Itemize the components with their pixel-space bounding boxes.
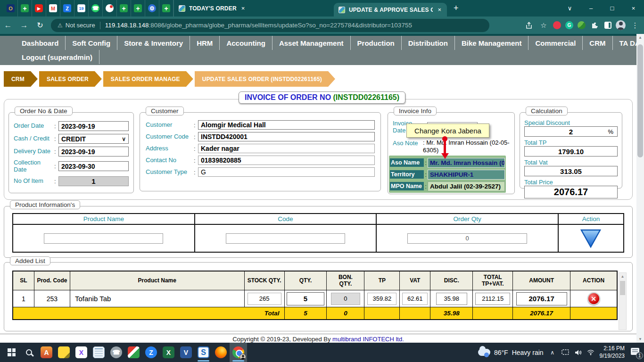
maximize-button[interactable]: □ xyxy=(602,0,623,16)
order-date-input[interactable]: 2023-09-19 xyxy=(58,121,129,131)
gmail-pinned-tab[interactable]: M xyxy=(46,0,60,16)
territory-input[interactable]: SHAKHIPUR-1 xyxy=(428,170,505,180)
sticky-notes-button[interactable] xyxy=(55,343,73,362)
start-button[interactable] xyxy=(3,343,20,362)
mpo-name-input[interactable]: Abdul Jalil (02-39-2527) xyxy=(428,181,505,191)
sheets-pinned-tab-3[interactable]: + xyxy=(131,0,145,16)
total-vat-input[interactable]: 313.05 xyxy=(524,166,618,176)
collection-date-input[interactable]: 2023-09-30 xyxy=(58,161,129,171)
menu-kebab-icon[interactable]: ⋮ xyxy=(630,20,640,31)
extension-red-icon[interactable] xyxy=(553,21,561,29)
nav-item-bike-management[interactable]: Bike Management xyxy=(455,36,529,50)
page-scroll-thumb[interactable] xyxy=(637,44,643,157)
nav-item-soft-config[interactable]: Soft Config xyxy=(66,36,117,50)
breadcrumb-sales-order-manage[interactable]: SALES ORDER MANAGE xyxy=(103,71,193,87)
tab-todays-order[interactable]: TODAY'S ORDER × xyxy=(173,0,334,16)
sheets-pinned-tab-4[interactable]: + xyxy=(159,0,173,16)
settings-pinned-tab[interactable]: ⚙ xyxy=(145,0,159,16)
wifi-icon[interactable] xyxy=(587,348,594,357)
extensions-puzzle-icon[interactable] xyxy=(590,20,600,31)
scroll-up-icon[interactable]: ▲ xyxy=(636,34,644,41)
amount-input[interactable]: 2076.17 xyxy=(516,292,567,305)
vat-input[interactable]: 62.61 xyxy=(402,293,428,305)
sidebar-icon[interactable] xyxy=(604,22,611,29)
nav-item-dashboard[interactable]: Dashboard xyxy=(15,36,66,50)
breadcrumb-update-sales-order[interactable]: UPDATE SALES ORDER (INSTDD02261165) xyxy=(195,71,335,87)
share-icon[interactable] xyxy=(524,20,534,31)
whatsapp-pinned-tab[interactable]: ☎ xyxy=(89,0,103,16)
notification-button[interactable]: 1 xyxy=(630,347,641,358)
scroll-thumb[interactable] xyxy=(620,281,625,295)
youtube-pinned-tab[interactable]: ▶ xyxy=(32,0,46,16)
new-tab-button[interactable]: + xyxy=(447,3,465,13)
chevron-up-icon[interactable]: ∧ xyxy=(549,348,556,357)
nav-item-logout[interactable]: Logout (superadmin) xyxy=(15,50,99,64)
delivery-date-input[interactable]: 2023-09-19 xyxy=(58,147,129,156)
nav-item-production[interactable]: Production xyxy=(351,36,402,50)
scroll-down-icon[interactable]: ▼ xyxy=(636,336,644,343)
tab-close-icon[interactable]: × xyxy=(240,5,246,12)
disc-input[interactable]: 35.98 xyxy=(436,293,467,305)
tab-update-approve-sales-order[interactable]: UPDATE & APPROVE SALES ORDE × xyxy=(334,3,447,16)
skype-button[interactable]: S xyxy=(195,343,212,362)
nav-item-crm[interactable]: CRM xyxy=(583,36,612,50)
special-discount-input[interactable]: 2 % xyxy=(524,126,618,137)
forward-icon[interactable]: → xyxy=(16,21,32,30)
dot-pinned-tab[interactable] xyxy=(103,0,117,16)
excel-button[interactable]: X xyxy=(160,343,177,362)
nav-item-hrm[interactable]: HRM xyxy=(190,36,220,50)
product-name-input[interactable] xyxy=(44,233,163,244)
search-button[interactable] xyxy=(20,343,38,362)
cash-credit-select[interactable]: CREDIT ∨ xyxy=(58,134,129,144)
customer-input[interactable]: Alomgir Medical Hall xyxy=(198,120,375,130)
volume-icon[interactable] xyxy=(574,348,582,357)
order-qty-input[interactable]: 0 xyxy=(407,233,527,244)
foxit-button[interactable] xyxy=(125,343,142,362)
reload-icon[interactable]: ↻ xyxy=(32,21,48,30)
x-app-button[interactable]: X xyxy=(73,343,90,362)
whatsapp-button[interactable]: ☎ xyxy=(107,343,125,362)
calendar-pinned-tab[interactable]: 19 xyxy=(74,0,89,16)
nav-item-store-inventory[interactable]: Store & Inventory xyxy=(117,36,190,50)
address-bar[interactable]: ⚠ Not secure 119.148.18.148 :8086/globe_… xyxy=(51,19,489,32)
aso-name-input[interactable]: Mr. Md. Imran Hossain (0 xyxy=(428,158,505,168)
page-scrollbar[interactable]: ▲ ▼ xyxy=(636,34,644,343)
o-logo-pinned-tab[interactable]: O xyxy=(4,0,18,16)
stock-qty-input[interactable]: 265 xyxy=(248,293,281,305)
total-tp-input[interactable]: 1799.10 xyxy=(524,146,618,156)
avro-keyboard-button[interactable]: A xyxy=(38,343,55,362)
extension-leaf-icon[interactable] xyxy=(578,21,586,29)
z-pinned-tab[interactable]: Z xyxy=(60,0,74,16)
developer-link[interactable]: multibrand INFOTECH ltd. xyxy=(332,336,404,343)
address-input[interactable]: Kader nagar xyxy=(198,144,375,153)
cast-icon[interactable] xyxy=(561,348,569,357)
added-list-scrollbar[interactable]: ▲ xyxy=(619,272,627,330)
tab-search-chevron-icon[interactable]: ∨ xyxy=(559,0,580,16)
minimize-button[interactable]: – xyxy=(580,0,602,16)
contact-no-input[interactable]: 01839820885 xyxy=(198,156,375,165)
scroll-up-icon[interactable]: ▲ xyxy=(619,273,626,280)
firefox-button[interactable] xyxy=(212,343,230,362)
weather-widget[interactable]: 86°F Heavy rain xyxy=(478,349,544,356)
code-input[interactable] xyxy=(226,233,345,244)
nav-item-asset-management[interactable]: Asset Management xyxy=(272,36,351,50)
total-tp-vat-input[interactable]: 2112.15 xyxy=(475,293,510,305)
nav-item-accounting[interactable]: Accounting xyxy=(220,36,272,50)
bookmark-star-icon[interactable]: ☆ xyxy=(538,20,549,31)
total-price-input[interactable]: 2076.17 xyxy=(524,186,618,198)
customer-code-input[interactable]: INSTDD420001 xyxy=(198,132,375,141)
nav-item-distribution[interactable]: Distribution xyxy=(402,36,455,50)
breadcrumb-sales-order[interactable]: SALES ORDER xyxy=(39,71,102,87)
sheets-pinned-tab[interactable]: + xyxy=(18,0,32,16)
add-product-triangle-button[interactable] xyxy=(580,229,602,248)
customer-type-input[interactable]: G xyxy=(198,167,375,177)
zoom-button[interactable]: Z xyxy=(142,343,160,362)
nav-item-commercial[interactable]: Commercial xyxy=(528,36,583,50)
qty-input[interactable]: 5 xyxy=(287,292,324,305)
clock-widget[interactable]: 2:16 PM 9/19/2023 xyxy=(600,345,625,360)
visio-button[interactable]: V xyxy=(177,343,195,362)
chrome-button[interactable] xyxy=(230,343,247,362)
tp-input[interactable]: 359.82 xyxy=(367,293,396,305)
not-secure-label[interactable]: Not secure xyxy=(66,22,95,29)
sheets-pinned-tab-2[interactable]: + xyxy=(117,0,131,16)
